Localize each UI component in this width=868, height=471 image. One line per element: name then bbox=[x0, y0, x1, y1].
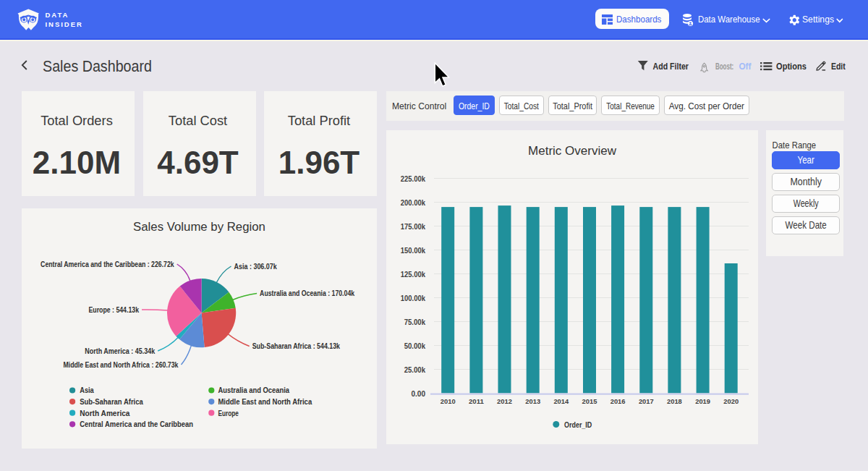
svg-text:Monthly: Monthly bbox=[790, 176, 822, 187]
svg-text:200.00k: 200.00k bbox=[401, 199, 426, 207]
svg-text:Dashboards: Dashboards bbox=[616, 14, 662, 25]
svg-text:2020: 2020 bbox=[723, 397, 739, 405]
svg-text:Off: Off bbox=[739, 61, 751, 72]
svg-text:Asia: Asia bbox=[80, 386, 94, 394]
svg-text:Asia : 306.07k: Asia : 306.07k bbox=[234, 263, 278, 271]
svg-text:25.00k: 25.00k bbox=[404, 366, 426, 374]
svg-text:100.00k: 100.00k bbox=[401, 294, 426, 302]
svg-text:2018: 2018 bbox=[667, 397, 682, 405]
svg-text:Settings: Settings bbox=[802, 14, 834, 25]
svg-text:75.00k: 75.00k bbox=[404, 318, 426, 326]
svg-text:Total_Profit: Total_Profit bbox=[553, 101, 592, 111]
svg-text:Order_ID: Order_ID bbox=[459, 101, 490, 111]
svg-text:Sub-Saharan Africa: Sub-Saharan Africa bbox=[80, 397, 143, 406]
svg-text:Week Date: Week Date bbox=[786, 219, 827, 231]
svg-text:2012: 2012 bbox=[497, 397, 512, 405]
svg-text:Middle East and North Africa: Middle East and North Africa bbox=[218, 397, 312, 406]
svg-text:Middle East and North Africa :: Middle East and North Africa : 260.73k bbox=[63, 361, 178, 369]
svg-text:2016: 2016 bbox=[610, 397, 626, 405]
svg-text:Year: Year bbox=[798, 154, 815, 166]
svg-text:225.00k: 225.00k bbox=[401, 175, 426, 183]
svg-text:Central America and the Caribb: Central America and the Caribbean : 226.… bbox=[41, 260, 174, 268]
svg-text:2019: 2019 bbox=[695, 397, 710, 405]
svg-text:Europe: Europe bbox=[218, 409, 238, 417]
svg-text:Central America and the Caribb: Central America and the Caribbean bbox=[80, 420, 193, 428]
svg-text:Europe : 544.13k: Europe : 544.13k bbox=[89, 306, 140, 314]
svg-text:2011: 2011 bbox=[469, 397, 484, 405]
svg-text:2010: 2010 bbox=[441, 397, 456, 405]
svg-text:Weekly: Weekly bbox=[793, 198, 819, 209]
svg-text:Add Filter: Add Filter bbox=[653, 61, 689, 72]
svg-text:Options: Options bbox=[776, 61, 807, 72]
svg-text:Boost:: Boost: bbox=[715, 61, 733, 72]
svg-text:2017: 2017 bbox=[639, 397, 654, 405]
svg-text:2015: 2015 bbox=[582, 397, 597, 405]
svg-text:Australia and Oceania: Australia and Oceania bbox=[218, 386, 289, 394]
svg-text:Australia and Oceania : 170.04: Australia and Oceania : 170.04k bbox=[260, 289, 354, 297]
svg-text:0.00: 0.00 bbox=[411, 390, 425, 398]
svg-text:2013: 2013 bbox=[525, 397, 540, 405]
svg-text:Edit: Edit bbox=[831, 61, 846, 72]
svg-text:Sub-Saharan Africa : 544.13k: Sub-Saharan Africa : 544.13k bbox=[252, 342, 341, 350]
svg-text:Avg. Cost per Order: Avg. Cost per Order bbox=[669, 101, 744, 111]
svg-text:Data Warehouse: Data Warehouse bbox=[698, 14, 760, 25]
svg-text:2014: 2014 bbox=[553, 397, 569, 405]
svg-text:50.00k: 50.00k bbox=[404, 342, 426, 350]
svg-text:Sales Dashboard: Sales Dashboard bbox=[43, 58, 152, 75]
svg-text:150.00k: 150.00k bbox=[401, 247, 426, 255]
svg-text:175.00k: 175.00k bbox=[401, 223, 426, 231]
svg-text:Order_ID: Order_ID bbox=[564, 420, 592, 429]
svg-text:Total_Revenue: Total_Revenue bbox=[606, 101, 655, 111]
svg-text:North America: North America bbox=[80, 409, 130, 417]
svg-text:125.00k: 125.00k bbox=[401, 271, 426, 279]
svg-text:Total_Cost: Total_Cost bbox=[504, 101, 540, 111]
svg-text:North America : 45.34k: North America : 45.34k bbox=[85, 347, 155, 355]
